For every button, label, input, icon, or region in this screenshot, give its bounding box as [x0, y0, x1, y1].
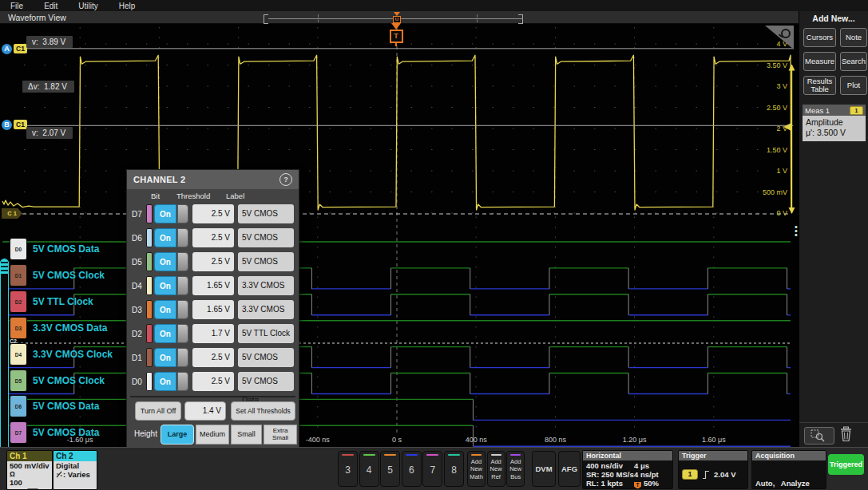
channel-5-button[interactable]: 5: [380, 451, 400, 487]
turn-all-off-button[interactable]: Turn All Off: [135, 401, 181, 421]
bit-label-field[interactable]: 5V CMOS Clock: [238, 252, 294, 271]
bit-on-button[interactable]: On: [154, 252, 176, 271]
measurement-badge[interactable]: Meas 1 1 Amplitude μ': 3.500 V: [803, 105, 866, 141]
trigger-status-badge: Triggered: [828, 454, 864, 475]
trigger-badge[interactable]: Trigger 1 2.04 V: [678, 450, 748, 489]
add-new-note-button[interactable]: Note: [840, 28, 867, 47]
dialog-divider: [130, 396, 295, 397]
channel-8-button[interactable]: 8: [444, 451, 464, 487]
digital-channel-chip-d5: D5: [10, 369, 27, 392]
minimap-bracket-right[interactable]: [518, 14, 523, 24]
bit-toggle-knob[interactable]: [177, 372, 188, 391]
bit-toggle-knob[interactable]: [177, 324, 188, 343]
trash-icon[interactable]: [839, 426, 854, 442]
bit-label-field[interactable]: 5V CMOS Data: [238, 372, 294, 391]
measurement-body: Amplitude μ': 3.500 V: [803, 116, 866, 141]
bit-on-button[interactable]: On: [154, 348, 176, 367]
bit-on-button[interactable]: On: [154, 324, 176, 343]
results-bar-tools: [799, 422, 868, 447]
menu-item-file[interactable]: File: [10, 2, 23, 10]
add-new-math-button[interactable]: Add New Math: [467, 451, 486, 487]
zoom-select-button[interactable]: [804, 427, 834, 445]
bit-threshold-field[interactable]: 1.65 V: [192, 276, 234, 295]
bit-on-button[interactable]: On: [154, 300, 176, 319]
bit-label-field[interactable]: 5V CMOS Clock: [238, 348, 294, 367]
bit-on-button[interactable]: On: [154, 276, 176, 295]
horizontal-row: SR: 250 MS/s4 ns/pt: [586, 470, 669, 479]
minimap-trigger-marker-icon[interactable]: U: [392, 12, 402, 23]
height-option-small[interactable]: Small: [231, 425, 262, 445]
bit-toggle-knob[interactable]: [177, 300, 188, 319]
height-option-medium[interactable]: Medium: [196, 425, 229, 445]
cursor-b-badge[interactable]: B: [2, 120, 12, 130]
channel-6-button[interactable]: 6: [402, 451, 422, 487]
bit-label-field[interactable]: 3.3V CMOS Clock: [238, 276, 294, 295]
minimap-bracket-left[interactable]: [264, 14, 268, 24]
digital-channel-row-d1[interactable]: D15V CMOS Clock: [10, 264, 105, 286]
bit-on-button[interactable]: On: [154, 204, 176, 223]
add-new-plot-button[interactable]: Plot: [840, 76, 867, 95]
channel-4-button[interactable]: 4: [359, 451, 379, 487]
measurement-source-badge: 1: [850, 106, 863, 115]
bit-threshold-field[interactable]: 1.7 V: [192, 324, 234, 343]
bit-toggle-knob[interactable]: [177, 228, 188, 247]
bit-toggle-knob[interactable]: [177, 348, 188, 367]
corner-zoom-button[interactable]: [765, 26, 794, 49]
bit-threshold-field[interactable]: 2.5 V: [192, 228, 234, 247]
set-all-thresholds-button[interactable]: Set All Thresholds: [231, 401, 295, 421]
bit-threshold-field[interactable]: 2.5 V: [192, 348, 234, 367]
bit-threshold-field[interactable]: 2.5 V: [192, 372, 234, 391]
trigger-position-flag[interactable]: T: [388, 23, 404, 46]
threshold-icon: [56, 471, 63, 478]
channel1-badge[interactable]: Ch 1 500 mV/div Ω 100 MHzBW: [6, 450, 53, 490]
height-option-large[interactable]: Large: [161, 425, 194, 445]
measurement-arrow-down-icon: [789, 207, 795, 214]
digital-channel-row-d2[interactable]: D25V TTL Clock: [10, 290, 93, 313]
bit-toggle-knob[interactable]: [177, 276, 188, 295]
add-new-bus-button[interactable]: Add New Bus: [506, 451, 525, 487]
bit-on-button[interactable]: On: [154, 372, 176, 391]
digital-channel-row-d0[interactable]: D05V CMOS Data: [10, 238, 99, 260]
waveform-plot-area[interactable]: 4 V3.50 V3 V2.50 V2 V1.50 V1 V500 mV0 V-…: [0, 24, 799, 447]
height-option-extra-small[interactable]: Extra Small: [264, 425, 297, 445]
all-threshold-field[interactable]: 1.4 V: [184, 401, 226, 421]
bit-toggle-knob[interactable]: [177, 204, 188, 223]
afg-button[interactable]: AFG: [558, 451, 581, 487]
digital-channel-row-d3[interactable]: D33.3V CMOS Data: [10, 317, 107, 339]
digital-channel-row-d4[interactable]: D43.3V CMOS Clock: [10, 343, 113, 366]
digital-channel-row-d6[interactable]: D65V CMOS Data: [10, 395, 99, 417]
menu-item-help[interactable]: Help: [119, 2, 136, 10]
digital-channel-chip-d4: D4: [10, 343, 27, 366]
digital-channel-row-d7[interactable]: D75V CMOS Data: [10, 421, 99, 444]
digital-channel-row-d5[interactable]: D55V CMOS Clock: [10, 369, 105, 392]
channel-3-button[interactable]: 3: [338, 451, 358, 487]
bit-threshold-field[interactable]: 2.5 V: [192, 204, 234, 223]
channel2-badge[interactable]: Ch 2 Digital : Varies: [53, 450, 97, 490]
help-icon[interactable]: ?: [279, 173, 292, 186]
bit-on-button[interactable]: On: [154, 228, 176, 247]
channel-7-button[interactable]: 7: [422, 451, 442, 487]
tab-waveform-view[interactable]: Waveform View: [8, 13, 66, 22]
digital-group-handle[interactable]: [0, 259, 9, 471]
acquisition-badge[interactable]: Acquisition Auto, Analyze High Res: 15 b…: [751, 450, 826, 489]
add-new-measure-button[interactable]: Measure: [803, 52, 836, 71]
menu-item-utility[interactable]: Utility: [78, 2, 97, 10]
bit-threshold-field[interactable]: 2.5 V: [192, 252, 234, 271]
cursor-a-badge[interactable]: A: [2, 44, 12, 54]
add-new-ref-button[interactable]: Add New Ref: [487, 451, 505, 487]
bit-threshold-field[interactable]: 1.65 V: [192, 300, 234, 319]
dialog-header[interactable]: CHANNEL 2 ?: [127, 170, 299, 189]
add-new-search-button[interactable]: Search: [840, 52, 867, 71]
bit-toggle-knob[interactable]: [177, 252, 188, 271]
drag-handle-icon[interactable]: [1, 259, 8, 274]
menu-item-edit[interactable]: Edit: [44, 2, 57, 10]
bit-label-field[interactable]: 3.3V CMOS Data: [238, 300, 294, 319]
bit-color-chip: [146, 204, 153, 223]
bit-label-field[interactable]: 5V CMOS Data: [238, 228, 294, 247]
horizontal-badge[interactable]: Horizontal 400 ns/div4 μsSR: 250 MS/s4 n…: [582, 450, 673, 489]
dvm-button[interactable]: DVM: [532, 451, 556, 487]
add-new-cursors-button[interactable]: Cursors: [803, 28, 836, 47]
bit-label-field[interactable]: 5V TTL Clock: [238, 324, 294, 343]
bit-label-field[interactable]: 5V CMOS Data: [238, 204, 294, 223]
add-new-results-table-button[interactable]: Results Table: [803, 76, 836, 95]
